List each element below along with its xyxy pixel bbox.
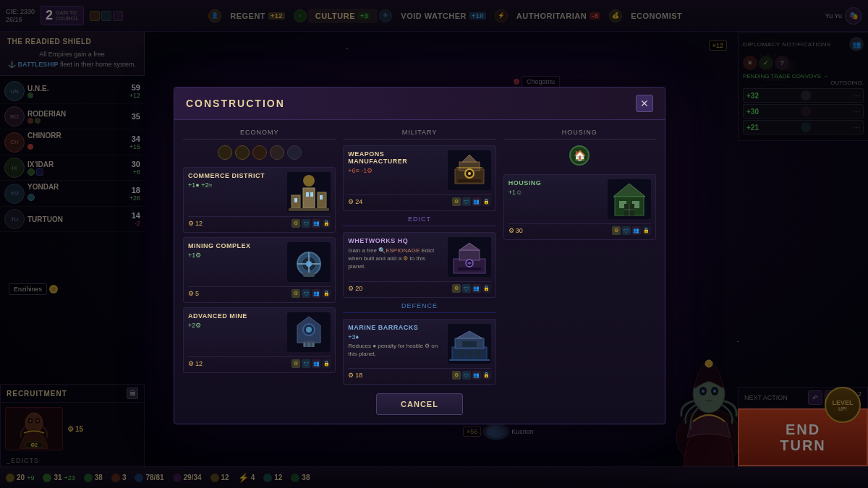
mining-complex-image	[287, 242, 331, 282]
construction-title: CONSTRUCTION	[186, 98, 285, 109]
marine-action-gear: ⚙	[452, 371, 461, 380]
commerce-action-gear: ⚙	[292, 219, 300, 228]
mining-action-people: 👥	[312, 289, 320, 298]
build-card-weapons-manufacturer[interactable]: WEAPONS MANUFACTURER +6≡ -1⚙	[343, 145, 495, 211]
marine-action-lock: 🔒	[482, 371, 491, 380]
svg-rect-5	[310, 192, 313, 197]
build-card-commerce-district[interactable]: COMMERCE DISTRICT +1● +2≈	[183, 167, 336, 233]
svg-point-13	[306, 261, 312, 267]
construction-body: ECONOMY COMMERCE DISTRICT +1● +2≈	[174, 120, 665, 393]
svg-rect-38	[467, 350, 472, 357]
advanced-mine-action-people: 👥	[312, 359, 320, 368]
eco-icon-1	[218, 145, 232, 160]
svg-rect-6	[320, 195, 323, 200]
housing-label: HOUSING	[503, 129, 656, 140]
cancel-button[interactable]: CANCEL	[376, 393, 463, 415]
edict-label: EDICT	[343, 215, 495, 226]
build-card-advanced-mine[interactable]: ADVANCED MINE +2⚙	[183, 307, 336, 373]
weapons-action-shield: 🛡	[462, 197, 471, 206]
housing-action-people: 👥	[632, 226, 641, 235]
svg-point-8	[303, 175, 315, 187]
svg-rect-7	[289, 208, 329, 211]
mining-action-lock: 🔒	[322, 289, 331, 298]
commerce-district-cost: ⚙ 12	[188, 220, 203, 227]
commerce-action-people: 👥	[312, 219, 320, 228]
defence-label: DEFENCE	[343, 302, 495, 313]
economy-section: ECONOMY COMMERCE DISTRICT +1● +2≈	[183, 129, 336, 385]
build-card-housing[interactable]: HOUSING +1☺	[503, 174, 656, 240]
housing-action-gear: ⚙	[612, 226, 621, 235]
weapons-action-lock: 🔒	[482, 197, 491, 206]
construction-modal: CONSTRUCTION ✕ ECONOMY COMMERCE DISTRICT…	[174, 87, 665, 424]
build-card-whetworks-hq[interactable]: WHETWORKS HQ Gain a free 🔍ESPIONAGE Edic…	[343, 232, 495, 298]
economy-label: ECONOMY	[183, 129, 336, 140]
advanced-mine-image	[287, 312, 331, 352]
modal-header: CONSTRUCTION ✕	[174, 87, 665, 120]
svg-rect-33	[458, 267, 481, 270]
whetworks-hq-cost: ⚙ 20	[348, 285, 362, 292]
svg-rect-27	[458, 179, 481, 182]
svg-rect-3	[294, 198, 297, 202]
economy-icons-row	[183, 145, 336, 160]
military-section: MILITARY WEAPONS MANUFACTURER +6≡ -1⚙	[343, 129, 495, 385]
whetworks-hq-name: WHETWORKS HQ	[348, 237, 443, 244]
housing-action-shield: 🛡	[622, 226, 631, 235]
whetworks-action-shield: 🛡	[462, 284, 471, 293]
svg-rect-37	[458, 350, 464, 357]
eco-icon-5	[287, 145, 302, 160]
svg-marker-31	[459, 243, 480, 250]
mining-complex-bonus: +1⚙	[188, 252, 283, 259]
weapons-action-people: 👥	[472, 197, 481, 206]
mining-complex-svg	[289, 244, 329, 281]
housing-action-lock: 🔒	[642, 226, 651, 235]
whetworks-hq-desc: Gain a free 🔍ESPIONAGE Edict when built …	[348, 247, 443, 271]
marine-barracks-image	[448, 324, 491, 364]
marine-barracks-cost: ⚙ 18	[348, 372, 362, 379]
commerce-action-lock: 🔒	[322, 219, 331, 228]
commerce-action-shield: 🛡	[302, 219, 310, 228]
housing-section: HOUSING 🏠 HOUSING +1☺	[503, 129, 656, 385]
weapons-manufacturer-svg	[449, 152, 490, 189]
housing-cost: ⚙ 30	[509, 227, 523, 234]
advanced-mine-name: ADVANCED MINE	[188, 312, 283, 320]
mining-action-shield: 🛡	[302, 289, 310, 298]
marine-barracks-svg	[449, 325, 490, 363]
svg-rect-40	[462, 341, 477, 347]
military-label: MILITARY	[343, 129, 495, 140]
eco-icon-4	[270, 145, 284, 160]
svg-rect-2	[318, 192, 326, 208]
svg-rect-14	[303, 273, 315, 277]
advanced-mine-bonus: +2⚙	[188, 322, 283, 329]
svg-marker-36	[456, 331, 482, 338]
weapons-action-gear: ⚙	[452, 197, 461, 206]
modal-close-button[interactable]: ✕	[636, 95, 653, 112]
mining-complex-name: MINING COMPLEX	[188, 242, 283, 249]
commerce-district-svg	[289, 174, 329, 211]
whetworks-action-gear: ⚙	[452, 284, 461, 293]
build-card-mining-complex[interactable]: MINING COMPLEX +1⚙	[183, 237, 336, 303]
svg-marker-24	[462, 155, 477, 162]
marine-barracks-desc: Reduces ● penalty for hostile ⚙ on this …	[348, 342, 443, 358]
housing-image	[608, 179, 651, 219]
marine-action-people: 👥	[472, 371, 481, 380]
build-card-marine-barracks[interactable]: MARINE BARRACKS +3♦ Reduces ● penalty fo…	[343, 319, 495, 385]
eco-icon-2	[235, 145, 250, 160]
svg-rect-30	[459, 250, 480, 260]
mining-complex-cost: ⚙ 5	[188, 290, 199, 297]
eco-icon-3	[252, 145, 267, 160]
advanced-mine-action-shield: 🛡	[302, 359, 310, 368]
advanced-mine-action-lock: 🔒	[322, 359, 331, 368]
whetworks-hq-image	[448, 237, 491, 277]
commerce-district-bonus: +1● +2≈	[188, 181, 283, 189]
weapons-manufacturer-name: WEAPONS MANUFACTURER	[348, 150, 443, 165]
svg-point-26	[468, 172, 471, 175]
svg-rect-1	[303, 188, 315, 208]
whetworks-hq-svg	[449, 239, 490, 276]
advanced-mine-svg	[289, 314, 329, 351]
marine-barracks-name: MARINE BARRACKS	[348, 324, 443, 331]
housing-icon: 🏠	[569, 145, 590, 166]
svg-rect-39	[475, 350, 481, 357]
svg-rect-4	[306, 192, 309, 197]
svg-point-17	[306, 327, 312, 333]
marine-action-shield: 🛡	[462, 371, 471, 380]
